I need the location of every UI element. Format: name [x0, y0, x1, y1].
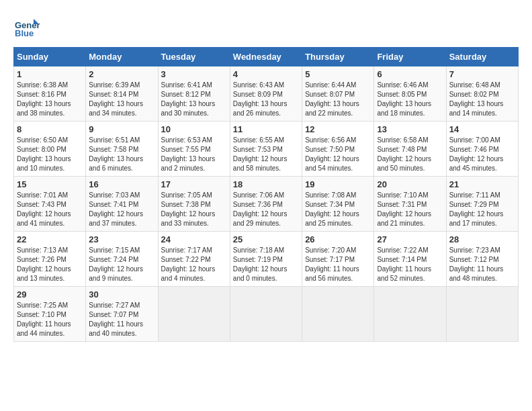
day-number: 23: [89, 234, 154, 244]
calendar-cell: 1 Sunrise: 6:38 AMSunset: 8:16 PMDayligh…: [14, 66, 86, 122]
day-info: Sunrise: 6:55 AMSunset: 7:53 PMDaylight:…: [233, 136, 287, 172]
day-info: Sunrise: 6:53 AMSunset: 7:55 PMDaylight:…: [161, 136, 216, 172]
calendar-week-row: 22 Sunrise: 7:13 AMSunset: 7:26 PMDaylig…: [14, 232, 519, 287]
day-number: 2: [89, 69, 154, 79]
calendar-cell: 4 Sunrise: 6:43 AMSunset: 8:09 PMDayligh…: [230, 66, 302, 122]
day-info: Sunrise: 7:17 AMSunset: 7:22 PMDaylight:…: [161, 246, 216, 282]
header-day-monday: Monday: [86, 48, 158, 66]
calendar-cell: 19 Sunrise: 7:08 AMSunset: 7:34 PMDaylig…: [302, 177, 374, 232]
calendar-cell: 23 Sunrise: 7:15 AMSunset: 7:24 PMDaylig…: [86, 232, 158, 287]
calendar-cell: 29 Sunrise: 7:25 AMSunset: 7:10 PMDaylig…: [14, 287, 86, 342]
day-number: 30: [89, 289, 154, 300]
day-info: Sunrise: 6:39 AMSunset: 8:14 PMDaylight:…: [89, 81, 143, 117]
day-info: Sunrise: 6:50 AMSunset: 8:00 PMDaylight:…: [17, 136, 71, 172]
day-info: Sunrise: 7:23 AMSunset: 7:12 PMDaylight:…: [449, 246, 504, 282]
calendar-cell: 22 Sunrise: 7:13 AMSunset: 7:26 PMDaylig…: [14, 232, 86, 287]
day-info: Sunrise: 7:01 AMSunset: 7:43 PMDaylight:…: [17, 191, 71, 227]
calendar-cell: 14 Sunrise: 7:00 AMSunset: 7:46 PMDaylig…: [446, 122, 518, 177]
day-info: Sunrise: 7:00 AMSunset: 7:46 PMDaylight:…: [449, 136, 504, 172]
day-info: Sunrise: 7:06 AMSunset: 7:36 PMDaylight:…: [233, 191, 287, 227]
day-number: 16: [89, 179, 154, 189]
calendar-cell: 18 Sunrise: 7:06 AMSunset: 7:36 PMDaylig…: [230, 177, 302, 232]
day-number: 24: [161, 234, 227, 244]
header-day-saturday: Saturday: [446, 48, 518, 66]
calendar-cell: 11 Sunrise: 6:55 AMSunset: 7:53 PMDaylig…: [230, 122, 302, 177]
calendar-cell: 27 Sunrise: 7:22 AMSunset: 7:14 PMDaylig…: [374, 232, 446, 287]
calendar-week-row: 15 Sunrise: 7:01 AMSunset: 7:43 PMDaylig…: [14, 177, 519, 232]
svg-text:Blue: Blue: [15, 28, 34, 38]
day-info: Sunrise: 6:46 AMSunset: 8:05 PMDaylight:…: [377, 81, 431, 117]
day-number: 3: [161, 69, 227, 79]
calendar-cell: 2 Sunrise: 6:39 AMSunset: 8:14 PMDayligh…: [86, 66, 158, 122]
logo-icon: General Blue: [13, 13, 40, 40]
day-info: Sunrise: 7:05 AMSunset: 7:38 PMDaylight:…: [161, 191, 216, 227]
calendar-cell: 12 Sunrise: 6:56 AMSunset: 7:50 PMDaylig…: [302, 122, 374, 177]
day-info: Sunrise: 6:56 AMSunset: 7:50 PMDaylight:…: [305, 136, 359, 172]
header-day-wednesday: Wednesday: [230, 48, 302, 66]
day-number: 7: [449, 69, 515, 79]
calendar-cell: 30 Sunrise: 7:27 AMSunset: 7:07 PMDaylig…: [86, 287, 158, 342]
day-number: 18: [233, 179, 299, 189]
day-number: 27: [377, 234, 443, 244]
day-number: 13: [377, 124, 443, 134]
day-info: Sunrise: 7:13 AMSunset: 7:26 PMDaylight:…: [17, 246, 71, 282]
calendar-cell: 7 Sunrise: 6:48 AMSunset: 8:02 PMDayligh…: [446, 66, 518, 122]
day-info: Sunrise: 7:25 AMSunset: 7:10 PMDaylight:…: [17, 302, 71, 337]
day-info: Sunrise: 6:48 AMSunset: 8:02 PMDaylight:…: [449, 81, 504, 117]
day-info: Sunrise: 6:41 AMSunset: 8:12 PMDaylight:…: [161, 81, 216, 117]
day-info: Sunrise: 6:44 AMSunset: 8:07 PMDaylight:…: [305, 81, 359, 117]
day-number: 1: [17, 69, 83, 79]
calendar-cell: 10 Sunrise: 6:53 AMSunset: 7:55 PMDaylig…: [158, 122, 230, 177]
calendar-cell: [374, 287, 446, 342]
day-number: 11: [233, 124, 299, 134]
header-day-thursday: Thursday: [302, 48, 374, 66]
calendar-cell: [302, 287, 374, 342]
logo: General Blue: [13, 13, 43, 40]
calendar-cell: [158, 287, 230, 342]
header-day-sunday: Sunday: [14, 48, 86, 66]
calendar-table: SundayMondayTuesdayWednesdayThursdayFrid…: [13, 47, 519, 342]
day-number: 20: [377, 179, 443, 189]
day-info: Sunrise: 6:38 AMSunset: 8:16 PMDaylight:…: [17, 81, 71, 117]
day-number: 25: [233, 234, 299, 244]
calendar-cell: [230, 287, 302, 342]
calendar-cell: 28 Sunrise: 7:23 AMSunset: 7:12 PMDaylig…: [446, 232, 518, 287]
header-day-tuesday: Tuesday: [158, 48, 230, 66]
calendar-cell: 15 Sunrise: 7:01 AMSunset: 7:43 PMDaylig…: [14, 177, 86, 232]
day-info: Sunrise: 7:22 AMSunset: 7:14 PMDaylight:…: [377, 246, 431, 282]
calendar-cell: 16 Sunrise: 7:03 AMSunset: 7:41 PMDaylig…: [86, 177, 158, 232]
calendar-cell: 5 Sunrise: 6:44 AMSunset: 8:07 PMDayligh…: [302, 66, 374, 122]
day-number: 4: [233, 69, 299, 79]
day-number: 5: [305, 69, 371, 79]
day-number: 29: [17, 289, 83, 300]
calendar-week-row: 8 Sunrise: 6:50 AMSunset: 8:00 PMDayligh…: [14, 122, 519, 177]
calendar-cell: 20 Sunrise: 7:10 AMSunset: 7:31 PMDaylig…: [374, 177, 446, 232]
header-day-friday: Friday: [374, 48, 446, 66]
calendar-cell: 26 Sunrise: 7:20 AMSunset: 7:17 PMDaylig…: [302, 232, 374, 287]
day-number: 9: [89, 124, 154, 134]
day-info: Sunrise: 7:03 AMSunset: 7:41 PMDaylight:…: [89, 191, 143, 227]
calendar-cell: 24 Sunrise: 7:17 AMSunset: 7:22 PMDaylig…: [158, 232, 230, 287]
calendar-cell: 17 Sunrise: 7:05 AMSunset: 7:38 PMDaylig…: [158, 177, 230, 232]
day-number: 17: [161, 179, 227, 189]
day-info: Sunrise: 7:20 AMSunset: 7:17 PMDaylight:…: [305, 246, 359, 282]
day-info: Sunrise: 7:08 AMSunset: 7:34 PMDaylight:…: [305, 191, 359, 227]
day-number: 21: [449, 179, 515, 189]
calendar-cell: 25 Sunrise: 7:18 AMSunset: 7:19 PMDaylig…: [230, 232, 302, 287]
calendar-header-row: SundayMondayTuesdayWednesdayThursdayFrid…: [14, 48, 519, 66]
calendar-cell: 13 Sunrise: 6:58 AMSunset: 7:48 PMDaylig…: [374, 122, 446, 177]
day-number: 6: [377, 69, 443, 79]
day-number: 14: [449, 124, 515, 134]
day-info: Sunrise: 7:11 AMSunset: 7:29 PMDaylight:…: [449, 191, 504, 227]
day-number: 22: [17, 234, 83, 244]
day-number: 10: [161, 124, 227, 134]
day-number: 28: [449, 234, 515, 244]
calendar-cell: 21 Sunrise: 7:11 AMSunset: 7:29 PMDaylig…: [446, 177, 518, 232]
day-info: Sunrise: 6:43 AMSunset: 8:09 PMDaylight:…: [233, 81, 287, 117]
calendar-cell: 8 Sunrise: 6:50 AMSunset: 8:00 PMDayligh…: [14, 122, 86, 177]
day-number: 26: [305, 234, 371, 244]
day-info: Sunrise: 6:58 AMSunset: 7:48 PMDaylight:…: [377, 136, 431, 172]
header: General Blue: [13, 13, 519, 40]
day-number: 8: [17, 124, 83, 134]
day-info: Sunrise: 7:10 AMSunset: 7:31 PMDaylight:…: [377, 191, 431, 227]
